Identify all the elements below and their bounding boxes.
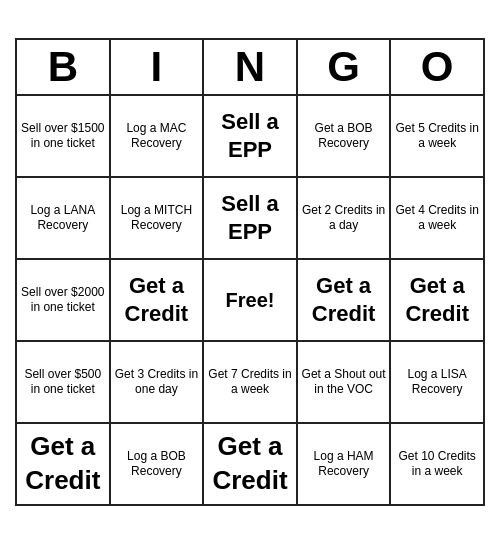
cell-text-17: Get 7 Credits in a week bbox=[207, 367, 293, 398]
bingo-cell-14: Get a Credit bbox=[391, 260, 485, 342]
cell-text-14: Get a Credit bbox=[394, 272, 480, 329]
cell-text-0: Sell over $1500 in one ticket bbox=[20, 121, 106, 152]
cell-text-21: Log a BOB Recovery bbox=[114, 449, 200, 480]
cell-text-22: Get a Credit bbox=[207, 430, 293, 498]
cell-text-3: Get a BOB Recovery bbox=[301, 121, 387, 152]
bingo-cell-6: Log a MITCH Recovery bbox=[111, 178, 205, 260]
cell-text-1: Log a MAC Recovery bbox=[114, 121, 200, 152]
bingo-cell-17: Get 7 Credits in a week bbox=[204, 342, 298, 424]
cell-text-19: Log a LISA Recovery bbox=[394, 367, 480, 398]
cell-text-10: Sell over $2000 in one ticket bbox=[20, 285, 106, 316]
cell-text-15: Sell over $500 in one ticket bbox=[20, 367, 106, 398]
bingo-cell-7: Sell a EPP bbox=[204, 178, 298, 260]
header-letter-n: N bbox=[204, 40, 298, 96]
cell-text-24: Get 10 Credits in a week bbox=[394, 449, 480, 480]
cell-text-18: Get a Shout out in the VOC bbox=[301, 367, 387, 398]
bingo-cell-18: Get a Shout out in the VOC bbox=[298, 342, 392, 424]
bingo-card: BINGO Sell over $1500 in one ticketLog a… bbox=[15, 38, 485, 506]
header-letter-b: B bbox=[17, 40, 111, 96]
cell-text-23: Log a HAM Recovery bbox=[301, 449, 387, 480]
cell-text-16: Get 3 Credits in one day bbox=[114, 367, 200, 398]
bingo-grid: Sell over $1500 in one ticketLog a MAC R… bbox=[15, 96, 485, 506]
bingo-cell-24: Get 10 Credits in a week bbox=[391, 424, 485, 506]
cell-text-20: Get a Credit bbox=[20, 430, 106, 498]
cell-text-2: Sell a EPP bbox=[207, 108, 293, 165]
bingo-cell-22: Get a Credit bbox=[204, 424, 298, 506]
bingo-cell-23: Log a HAM Recovery bbox=[298, 424, 392, 506]
bingo-cell-20: Get a Credit bbox=[17, 424, 111, 506]
header-letter-i: I bbox=[111, 40, 205, 96]
bingo-cell-19: Log a LISA Recovery bbox=[391, 342, 485, 424]
cell-text-12: Free! bbox=[226, 287, 275, 313]
cell-text-6: Log a MITCH Recovery bbox=[114, 203, 200, 234]
bingo-cell-21: Log a BOB Recovery bbox=[111, 424, 205, 506]
bingo-cell-0: Sell over $1500 in one ticket bbox=[17, 96, 111, 178]
cell-text-5: Log a LANA Recovery bbox=[20, 203, 106, 234]
header-letter-o: O bbox=[391, 40, 485, 96]
bingo-cell-2: Sell a EPP bbox=[204, 96, 298, 178]
bingo-cell-12: Free! bbox=[204, 260, 298, 342]
header-letter-g: G bbox=[298, 40, 392, 96]
cell-text-11: Get a Credit bbox=[114, 272, 200, 329]
bingo-cell-10: Sell over $2000 in one ticket bbox=[17, 260, 111, 342]
cell-text-13: Get a Credit bbox=[301, 272, 387, 329]
bingo-header: BINGO bbox=[15, 38, 485, 96]
bingo-cell-16: Get 3 Credits in one day bbox=[111, 342, 205, 424]
bingo-cell-4: Get 5 Credits in a week bbox=[391, 96, 485, 178]
bingo-cell-5: Log a LANA Recovery bbox=[17, 178, 111, 260]
cell-text-9: Get 4 Credits in a week bbox=[394, 203, 480, 234]
bingo-cell-15: Sell over $500 in one ticket bbox=[17, 342, 111, 424]
bingo-cell-13: Get a Credit bbox=[298, 260, 392, 342]
cell-text-7: Sell a EPP bbox=[207, 190, 293, 247]
cell-text-8: Get 2 Credits in a day bbox=[301, 203, 387, 234]
cell-text-4: Get 5 Credits in a week bbox=[394, 121, 480, 152]
bingo-cell-3: Get a BOB Recovery bbox=[298, 96, 392, 178]
bingo-cell-1: Log a MAC Recovery bbox=[111, 96, 205, 178]
bingo-cell-8: Get 2 Credits in a day bbox=[298, 178, 392, 260]
bingo-cell-11: Get a Credit bbox=[111, 260, 205, 342]
bingo-cell-9: Get 4 Credits in a week bbox=[391, 178, 485, 260]
